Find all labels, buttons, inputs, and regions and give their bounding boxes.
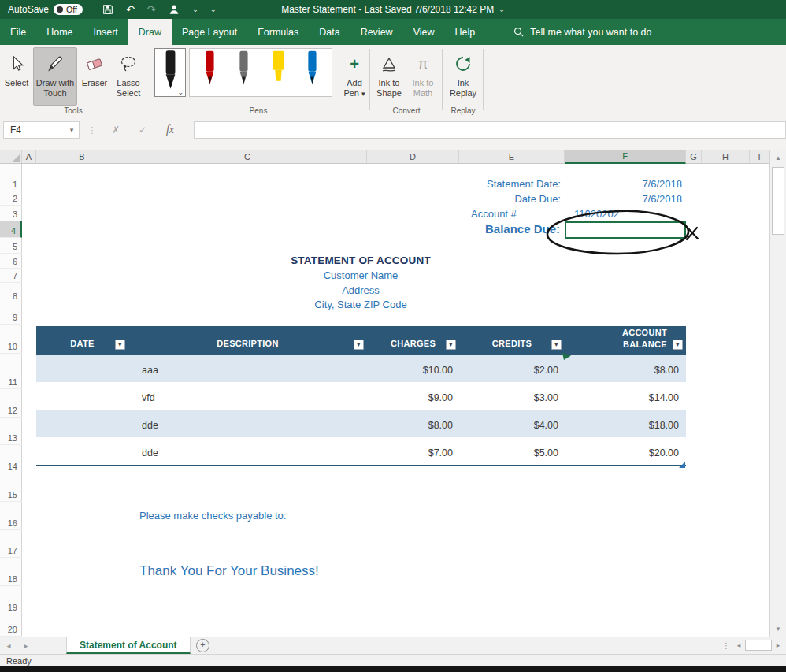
cell-date[interactable] xyxy=(36,355,128,382)
scroll-down-icon[interactable]: ▼ xyxy=(770,622,786,636)
scroll-up-icon[interactable]: ▲ xyxy=(770,150,786,165)
statement-heading[interactable]: STATEMENT OF ACCOUNT xyxy=(291,254,431,266)
cell-credits[interactable]: $3.00 xyxy=(459,382,565,410)
draw-with-touch-button[interactable]: Draw with Touch xyxy=(33,47,77,106)
pen-gray-icon[interactable] xyxy=(233,49,254,87)
menu-tab-data[interactable]: Data xyxy=(309,19,350,45)
name-box-dropdown-icon[interactable]: ▾ xyxy=(65,126,79,134)
pen-red-icon[interactable] xyxy=(199,49,220,87)
row-header-13[interactable]: 13 xyxy=(0,418,22,445)
row-header-6[interactable]: 6 xyxy=(0,254,22,269)
cell-description[interactable]: dde xyxy=(128,410,367,437)
tell-me-search[interactable]: Tell me what you want to do xyxy=(506,19,659,45)
select-tool-button[interactable]: Select xyxy=(2,47,32,106)
table-row[interactable]: aaa $10.00 $2.00 $8.00 xyxy=(36,355,686,382)
cell-balance[interactable]: $18.00 xyxy=(565,410,686,437)
filter-button-charges[interactable]: ▾ xyxy=(446,340,456,350)
eraser-button[interactable]: Eraser xyxy=(79,47,110,106)
table-resize-handle[interactable] xyxy=(679,462,686,469)
menu-tab-draw[interactable]: Draw xyxy=(128,19,172,45)
filter-button-description[interactable]: ▾ xyxy=(354,340,364,350)
cell-balance[interactable]: $20.00 xyxy=(565,437,686,465)
column-header-H[interactable]: H xyxy=(702,150,750,163)
confirm-entry-icon[interactable]: ✓ xyxy=(129,124,156,136)
redo-icon[interactable]: ↷ xyxy=(147,4,157,15)
table-header-credits[interactable]: CREDITS ▾ xyxy=(459,326,565,355)
table-header-balance[interactable]: ACCOUNT BALANCE ▾ xyxy=(565,326,686,355)
selected-cell-F4[interactable] xyxy=(565,221,686,239)
row-header-19[interactable]: 19 xyxy=(0,586,22,614)
row-header-12[interactable]: 12 xyxy=(0,389,22,418)
cell-charges[interactable]: $10.00 xyxy=(367,355,459,382)
new-sheet-button[interactable]: + xyxy=(191,637,216,654)
cell-charges[interactable]: $9.00 xyxy=(367,382,459,410)
menu-tab-help[interactable]: Help xyxy=(445,19,486,45)
balance-due-label[interactable]: Balance Due: xyxy=(485,222,560,236)
row-header-11[interactable]: 11 xyxy=(0,354,22,389)
add-pen-button[interactable]: + Add Pen ▾ xyxy=(339,47,370,106)
row-header-2[interactable]: 2 xyxy=(0,191,22,206)
scroll-right-icon[interactable]: ▸ xyxy=(772,639,784,652)
column-header-B[interactable]: B xyxy=(36,150,128,163)
cell-charges[interactable]: $7.00 xyxy=(367,437,459,465)
customer-city-line[interactable]: City, State ZIP Code xyxy=(314,299,406,310)
sheet-tab-statement-of-account[interactable]: Statement of Account xyxy=(66,637,191,654)
column-header-E[interactable]: E xyxy=(459,150,565,163)
row-header-10[interactable]: 10 xyxy=(0,325,22,354)
row-header-4[interactable]: 4 xyxy=(0,221,22,238)
name-box[interactable]: F4 ▾ xyxy=(3,121,80,139)
menu-tab-view[interactable]: View xyxy=(403,19,445,45)
customize-toolbar-icon[interactable]: ⌄ xyxy=(210,6,217,13)
menu-tab-review[interactable]: Review xyxy=(350,19,403,45)
filter-button-credits[interactable]: ▾ xyxy=(551,340,562,350)
menu-tab-insert[interactable]: Insert xyxy=(83,19,128,45)
cell-description[interactable]: vfd xyxy=(128,382,367,410)
table-header-charges[interactable]: CHARGES ▾ xyxy=(367,326,459,355)
row-header-17[interactable]: 17 xyxy=(0,530,22,558)
row-header-18[interactable]: 18 xyxy=(0,558,22,586)
statement-date-label[interactable]: Statement Date: xyxy=(487,178,561,190)
cell-description[interactable]: aaa xyxy=(128,355,367,382)
cell-date[interactable] xyxy=(36,382,128,410)
thank-you-message[interactable]: Thank You For Your Business! xyxy=(139,563,319,579)
row-header-5[interactable]: 5 xyxy=(0,238,22,254)
row-header-16[interactable]: 16 xyxy=(0,502,22,530)
cell-date[interactable] xyxy=(36,437,128,465)
cell-credits[interactable]: $4.00 xyxy=(459,410,565,437)
row-header-7[interactable]: 7 xyxy=(0,269,22,283)
save-icon[interactable] xyxy=(102,3,114,16)
row-header-14[interactable]: 14 xyxy=(0,445,22,473)
cell-date[interactable] xyxy=(36,410,128,437)
row-header-9[interactable]: 9 xyxy=(0,303,22,325)
account-icon[interactable] xyxy=(168,3,180,16)
filter-button-date[interactable]: ▾ xyxy=(115,340,125,350)
highlighter-yellow-icon[interactable] xyxy=(268,49,288,87)
row-header-15[interactable]: 15 xyxy=(0,473,22,502)
insert-function-icon[interactable]: fx xyxy=(156,124,184,136)
selected-pen[interactable]: ⌄ xyxy=(154,48,186,97)
customer-address[interactable]: Address xyxy=(342,284,380,296)
filter-button-balance[interactable]: ▾ xyxy=(673,340,683,350)
menu-tab-home[interactable]: Home xyxy=(36,19,83,45)
account-number-value[interactable]: 11020202 xyxy=(574,208,619,220)
autosave-toggle[interactable]: AutoSave Off xyxy=(8,4,83,15)
menu-tab-page-layout[interactable]: Page Layout xyxy=(172,19,247,45)
table-header-date[interactable]: DATE ▾ xyxy=(36,326,128,355)
column-header-F[interactable]: F xyxy=(565,150,686,164)
sheet-nav-left-icon[interactable]: ◂ xyxy=(0,637,17,654)
pen-gallery[interactable] xyxy=(189,48,332,97)
column-header-I[interactable]: I xyxy=(750,150,769,163)
lasso-select-button[interactable]: Lasso Select xyxy=(111,47,146,106)
cell-charges[interactable]: $8.00 xyxy=(367,410,459,437)
checks-payable-note[interactable]: Please make checks payable to: xyxy=(139,510,286,522)
column-header-D[interactable]: D xyxy=(367,150,459,163)
menu-tab-formulas[interactable]: Formulas xyxy=(247,19,309,45)
vertical-scroll-thumb[interactable] xyxy=(772,167,784,235)
date-due-value[interactable]: 7/6/2018 xyxy=(642,193,682,205)
statement-date-value[interactable]: 7/6/2018 xyxy=(642,178,682,190)
pen-blue-icon[interactable] xyxy=(302,49,322,87)
undo-icon[interactable]: ↶ xyxy=(126,4,135,15)
column-header-C[interactable]: C xyxy=(128,150,367,163)
chevron-down-icon[interactable]: ⌄ xyxy=(192,6,198,13)
vertical-scrollbar[interactable]: ▲ ▼ xyxy=(769,150,786,637)
